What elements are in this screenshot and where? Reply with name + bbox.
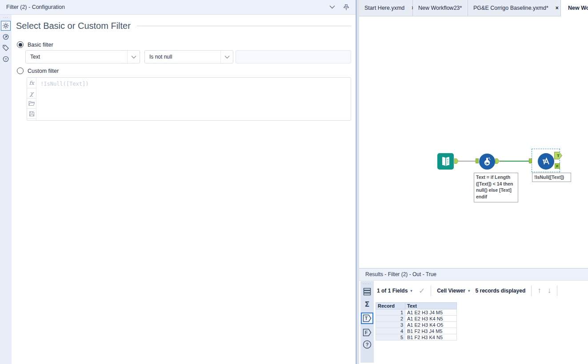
tab-new-workflow-active[interactable]: New Wor (561, 0, 588, 16)
basic-filter-radio-row[interactable]: Basic filter (17, 41, 53, 48)
open-expression-button[interactable] (27, 98, 36, 109)
filter-funnel-icon (540, 156, 552, 167)
insert-variable-button[interactable]: χ (27, 88, 36, 99)
filter-annotation[interactable]: !IsNull([Text]) (532, 173, 571, 182)
cell-viewer-dropdown[interactable]: Cell Viewer ▾ (437, 288, 470, 294)
caret-down-icon: ▾ (468, 289, 470, 293)
table-row[interactable]: 2 A1 E2 H3 K4 N5 (376, 316, 457, 322)
table-row[interactable]: 1 A1 E2 H3 J4 M5 (376, 309, 457, 316)
output-false-button[interactable]: F (362, 328, 372, 337)
svg-text:?: ? (366, 342, 369, 347)
results-title: Results - Filter (2) - Out - True (365, 271, 436, 277)
tab-start-here[interactable]: Start Here.yxmd × (359, 0, 413, 16)
expression-toolbar: fx χ (27, 78, 36, 120)
record-cell: 1 (376, 309, 405, 316)
sigma-icon: Σ (365, 300, 370, 309)
text-input-output-anchor[interactable] (454, 158, 459, 164)
workflow-tab-bar: Start Here.yxmd × New Workflow23* × PG&E… (359, 0, 588, 16)
fields-dropdown[interactable]: 1 of 1 Fields ▾ (377, 288, 412, 294)
records-displayed-label: 5 records displayed (476, 288, 526, 294)
results-help-button[interactable]: ? (362, 340, 372, 349)
data-view-button[interactable] (363, 287, 372, 296)
tab-new-workflow23[interactable]: New Workflow23* × (413, 0, 468, 16)
custom-filter-radio[interactable] (17, 67, 24, 74)
table-row[interactable]: 5 B1 F2 H3 K4 N5 (376, 334, 457, 340)
panel-splitter[interactable] (356, 0, 359, 364)
custom-filter-radio-row[interactable]: Custom filter (17, 67, 59, 74)
text-cell: B1 F2 H3 J4 M5 (405, 328, 457, 334)
formula-input-anchor[interactable] (476, 158, 479, 163)
expression-editor[interactable]: fx χ !IsNull([Text]) (27, 77, 351, 121)
results-icon-strip: ····· Σ T F (360, 281, 374, 363)
svg-text:T: T (365, 316, 368, 321)
open-folder-icon (28, 101, 35, 106)
true-output-icon: T (362, 314, 372, 323)
filter-false-output-anchor[interactable]: F (555, 163, 560, 169)
variable-icon: χ (30, 90, 33, 97)
column-header-text[interactable]: Text (405, 303, 457, 309)
scroll-down-button[interactable]: ↓ (548, 286, 552, 295)
section-title: Select Basic or Custom Filter (16, 21, 131, 31)
table-icon (363, 287, 372, 296)
custom-filter-label: Custom filter (28, 68, 59, 74)
save-expression-button[interactable] (27, 108, 36, 119)
drag-handle-dots[interactable]: ····· (363, 282, 372, 285)
output-true-button[interactable]: T (361, 313, 373, 324)
field-dropdown[interactable]: Text (25, 50, 140, 63)
configuration-tab-help[interactable]: ? (1, 54, 11, 64)
tab-label: New Wor (568, 5, 588, 11)
formula-tool[interactable] (479, 154, 495, 170)
connector-textinput-formula[interactable] (459, 161, 476, 162)
chevron-down-icon[interactable] (220, 51, 233, 63)
fx-icon: fx (29, 80, 34, 86)
filter-tool[interactable] (538, 153, 554, 170)
help-icon: ? (2, 55, 9, 63)
metadata-view-button[interactable]: Σ (365, 300, 370, 309)
table-row[interactable]: 4 B1 F2 H3 J4 M5 (376, 328, 457, 334)
filter-true-output-anchor[interactable]: T (554, 152, 562, 159)
chevron-down-icon[interactable] (127, 51, 140, 63)
svg-text:?: ? (5, 57, 7, 61)
tab-pge-corrigo-baseline[interactable]: PG&E Corrigo Baseline.yxmd* × (468, 0, 561, 16)
configuration-sidebar: ··· ? (0, 15, 12, 364)
configuration-title: Filter (2) - Configuration (6, 4, 65, 10)
insert-function-button[interactable]: fx (27, 78, 36, 88)
configuration-tab-navigation[interactable] (1, 32, 11, 42)
table-row[interactable]: 3 A1 E2 H3 K4 O5 (376, 322, 457, 328)
close-icon[interactable]: × (556, 5, 559, 11)
formula-output-anchor[interactable] (495, 158, 500, 164)
tag-icon (2, 44, 9, 51)
column-header-record[interactable]: Record (376, 303, 405, 309)
apply-fields-button[interactable]: ✓ (419, 286, 425, 296)
configuration-content: Select Basic or Custom Filter Basic filt… (12, 15, 356, 364)
connector-formula-filter[interactable] (500, 161, 529, 162)
toolbar-separator (557, 285, 557, 296)
operator-dropdown-value: Is not null (149, 54, 220, 60)
configuration-tab-gear[interactable] (1, 21, 11, 31)
record-cell: 5 (376, 334, 405, 340)
formula-annotation[interactable]: Text = if Length ([Text]) < 14 then null… (474, 173, 518, 202)
fields-label: 1 of 1 Fields (377, 288, 408, 294)
pin-icon[interactable] (343, 4, 349, 11)
tab-label: Start Here.yxmd (364, 5, 404, 11)
results-header: Results - Filter (2) - Out - True (359, 269, 588, 281)
drag-handle-dots[interactable]: ··· (3, 15, 8, 20)
configuration-tab-annotation[interactable] (1, 43, 11, 53)
record-cell: 2 (376, 316, 405, 322)
text-cell: A1 E2 H3 J4 M5 (405, 309, 457, 316)
cell-viewer-label: Cell Viewer (437, 288, 465, 294)
toolbar-separator (431, 285, 431, 296)
navigate-arrow-icon (2, 33, 9, 40)
workflow-canvas[interactable]: T F Text = if Length ([Text]) < 14 then … (359, 16, 588, 268)
filter-input-anchor[interactable] (529, 158, 532, 163)
configuration-panel: Filter (2) - Configuration ··· (0, 0, 356, 364)
operator-dropdown[interactable]: Is not null (144, 50, 233, 63)
basic-filter-radio[interactable] (17, 41, 24, 48)
scroll-up-button[interactable]: ↑ (537, 286, 541, 295)
tab-label: PG&E Corrigo Baseline.yxmd* (473, 5, 548, 11)
text-input-tool[interactable] (437, 153, 454, 170)
flask-icon (482, 156, 492, 167)
filter-value-input[interactable] (236, 50, 351, 63)
chevron-down-icon[interactable] (329, 5, 335, 9)
save-icon (29, 111, 35, 117)
